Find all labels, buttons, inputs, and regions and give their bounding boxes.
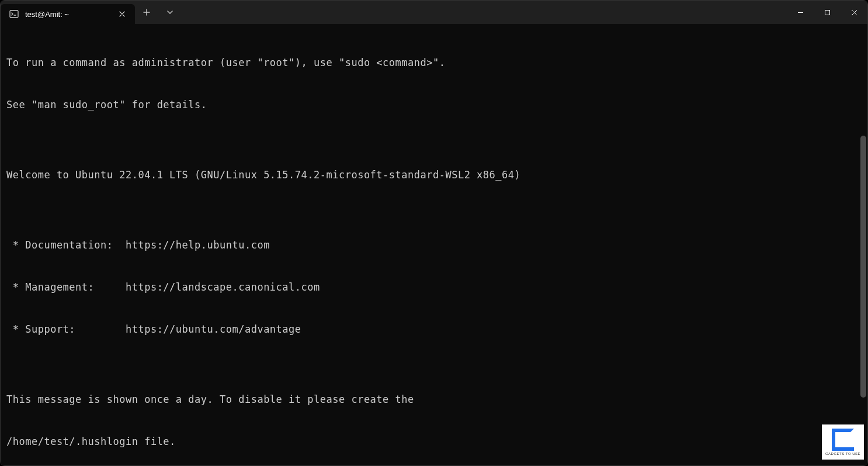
motd-doc: * Documentation: https://help.ubuntu.com [6,238,862,252]
motd-support: * Support: https://ubuntu.com/advantage [6,322,862,336]
motd-mgmt: * Management: https://landscape.canonica… [6,280,862,294]
watermark-logo-icon [832,429,854,451]
tab-dropdown-button[interactable] [158,1,182,24]
tab-strip: test@Amit: ~ [1,1,135,24]
window-controls [787,1,867,24]
svg-rect-1 [825,10,829,15]
maximize-button[interactable] [814,1,841,24]
scrollbar-thumb[interactable] [860,136,866,398]
tab-close-button[interactable] [115,7,129,21]
new-tab-button[interactable] [135,1,158,24]
close-button[interactable] [841,1,867,24]
terminal-content: To run a command as administrator (user … [6,27,862,465]
motd-hush-1: This message is shown once a day. To dis… [6,392,862,406]
svg-rect-0 [10,11,18,18]
tab-title: test@Amit: ~ [25,10,109,19]
watermark-text: GADGETS TO USE [825,452,860,455]
motd-welcome: Welcome to Ubuntu 22.04.1 LTS (GNU/Linux… [6,168,862,182]
motd-line: See "man sudo_root" for details. [6,98,862,112]
scrollbar[interactable] [860,26,866,463]
watermark-badge: GADGETS TO USE [822,424,864,460]
terminal-window: test@Amit: ~ To run a c [0,0,868,466]
tab-active[interactable]: test@Amit: ~ [1,4,135,24]
motd-hush-2: /home/test/.hushlogin file. [6,434,862,448]
minimize-button[interactable] [787,1,814,24]
terminal-icon [9,9,19,19]
titlebar-drag-region[interactable] [182,1,787,24]
terminal-viewport[interactable]: To run a command as administrator (user … [1,24,867,465]
titlebar[interactable]: test@Amit: ~ [1,1,867,24]
motd-line: To run a command as administrator (user … [6,56,862,70]
